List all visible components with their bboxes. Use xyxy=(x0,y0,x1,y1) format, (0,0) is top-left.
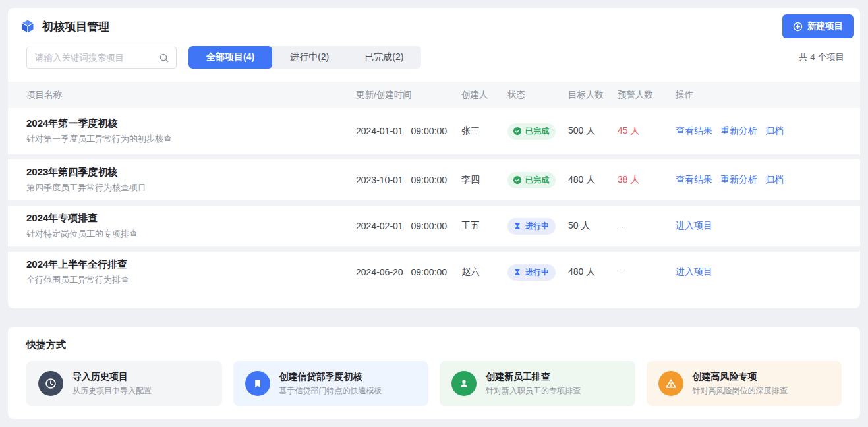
project-name-cell: 2024年第一季度初核 针对第一季度员工异常行为的初步核查 xyxy=(26,117,356,145)
clock-icon xyxy=(38,371,63,396)
project-description: 第四季度员工异常行为核查项目 xyxy=(26,182,356,194)
project-warning: – xyxy=(618,267,676,277)
status-badge: 进行中 xyxy=(507,264,556,281)
project-time: 2024-01-01 09:00:00 xyxy=(356,126,461,136)
project-name: 2024年上半年全行排查 xyxy=(26,258,356,271)
search-icon xyxy=(159,53,169,63)
col-header-time: 更新/创建时间 xyxy=(356,89,461,101)
project-status-cell: 进行中 xyxy=(507,218,568,235)
check-circle-icon xyxy=(513,175,522,185)
import-history-card[interactable]: 导入历史项目 从历史项目中导入配置 xyxy=(26,361,222,406)
table-row: 2024年上半年全行排查 全行范围员工异常行为排查 2024-06-20 09:… xyxy=(8,246,860,293)
project-name-cell: 2024年上半年全行排查 全行范围员工异常行为排查 xyxy=(26,258,356,286)
col-header-name: 项目名称 xyxy=(26,89,356,101)
status-badge: 进行中 xyxy=(507,218,556,235)
project-status-cell: 已完成 xyxy=(507,172,568,188)
toolbar: 全部项目(4) 进行中(2) 已完成(2) 共 4 个项目 xyxy=(8,45,860,69)
view-results-link[interactable]: 查看结果 xyxy=(676,174,712,186)
project-creator: 赵六 xyxy=(461,266,507,278)
project-management-panel: 初核项目管理 新建项目 全部项目(4) 进行中(2) xyxy=(8,8,860,308)
view-results-link[interactable]: 查看结果 xyxy=(676,125,712,137)
card-title: 创建新员工排查 xyxy=(486,371,581,383)
check-circle-icon xyxy=(513,127,522,136)
create-high-risk-card[interactable]: 创建高风险专项 针对高风险岗位的深度排查 xyxy=(647,361,842,406)
new-project-button-label: 新建项目 xyxy=(807,20,843,32)
col-header-target: 目标人数 xyxy=(568,89,618,101)
search-input[interactable] xyxy=(27,47,176,68)
hourglass-icon xyxy=(513,221,522,231)
project-creator: 张三 xyxy=(461,125,507,137)
quick-actions-title: 快捷方式 xyxy=(26,339,842,351)
quick-actions-panel: 快捷方式 导入历史项目 从历史项目中导入配置 xyxy=(8,327,860,419)
status-label: 进行中 xyxy=(525,221,549,232)
project-actions: 查看结果 重新分析 归档 xyxy=(676,174,842,186)
project-target: 480 人 xyxy=(568,174,618,186)
project-time: 2023-10-01 09:00:00 xyxy=(356,175,461,185)
project-actions: 进入项目 xyxy=(676,220,842,232)
cube-logo-icon xyxy=(20,18,36,34)
status-label: 进行中 xyxy=(525,267,549,278)
filter-tabs: 全部项目(4) 进行中(2) 已完成(2) xyxy=(188,46,421,69)
search-box xyxy=(26,47,177,69)
create-new-employee-check-card[interactable]: 创建新员工排查 针对新入职员工的专项排查 xyxy=(440,361,635,406)
archive-link[interactable]: 归档 xyxy=(765,174,784,186)
project-warning: 38 人 xyxy=(618,174,676,186)
create-credit-review-card[interactable]: 创建信贷部季度初核 基于信贷部门特点的快速模板 xyxy=(233,361,429,406)
card-text: 创建信贷部季度初核 基于信贷部门特点的快速模板 xyxy=(279,371,382,397)
project-status-cell: 已完成 xyxy=(507,123,568,140)
hourglass-icon xyxy=(513,268,522,277)
page-header-left: 初核项目管理 xyxy=(20,18,109,34)
project-creator: 王五 xyxy=(461,220,507,232)
enter-project-link[interactable]: 进入项目 xyxy=(676,266,712,278)
project-name: 2024年专项排查 xyxy=(26,212,356,225)
archive-link[interactable]: 归档 xyxy=(765,125,784,137)
table-header-row: 项目名称 更新/创建时间 创建人 状态 目标人数 预警人数 操作 xyxy=(8,82,860,108)
project-status-cell: 进行中 xyxy=(507,264,568,281)
card-title: 创建信贷部季度初核 xyxy=(279,371,382,383)
person-icon xyxy=(451,371,477,396)
project-description: 全行范围员工异常行为排查 xyxy=(26,274,356,286)
project-creator: 李四 xyxy=(461,174,507,186)
tab-completed[interactable]: 已完成(2) xyxy=(347,46,421,69)
project-name-cell: 2024年专项排查 针对特定岗位员工的专项排查 xyxy=(26,212,356,240)
page-header: 初核项目管理 新建项目 xyxy=(8,8,860,45)
card-description: 针对高风险岗位的深度排查 xyxy=(693,385,788,397)
tab-in-progress[interactable]: 进行中(2) xyxy=(272,46,347,69)
card-text: 创建高风险专项 针对高风险岗位的深度排查 xyxy=(693,371,788,397)
project-warning: – xyxy=(618,221,676,231)
plus-circle-icon xyxy=(793,22,803,32)
warning-triangle-icon xyxy=(658,371,683,396)
reanalyze-link[interactable]: 重新分析 xyxy=(720,125,757,137)
card-description: 针对新入职员工的专项排查 xyxy=(486,385,581,397)
page: 初核项目管理 新建项目 全部项目(4) 进行中(2) xyxy=(0,0,868,427)
project-name: 2024年第一季度初核 xyxy=(26,117,356,130)
card-text: 导入历史项目 从历史项目中导入配置 xyxy=(72,371,152,397)
project-warning: 45 人 xyxy=(618,125,676,137)
table-row: 2023年第四季度初核 第四季度员工异常行为核查项目 2023-10-01 09… xyxy=(8,154,860,200)
col-header-creator: 创建人 xyxy=(461,89,507,101)
project-description: 针对特定岗位员工的专项排查 xyxy=(26,228,356,240)
tab-all-projects[interactable]: 全部项目(4) xyxy=(188,46,272,69)
new-project-button[interactable]: 新建项目 xyxy=(782,14,854,38)
status-label: 已完成 xyxy=(525,126,549,137)
col-header-status: 状态 xyxy=(507,89,568,101)
card-title: 创建高风险专项 xyxy=(693,371,788,383)
project-name-cell: 2023年第四季度初核 第四季度员工异常行为核查项目 xyxy=(26,166,356,194)
project-time: 2024-02-01 09:00:00 xyxy=(356,221,461,231)
reanalyze-link[interactable]: 重新分析 xyxy=(720,174,757,186)
project-target: 500 人 xyxy=(568,125,618,137)
col-header-actions: 操作 xyxy=(676,89,842,101)
page-title: 初核项目管理 xyxy=(42,19,109,34)
total-count: 共 4 个项目 xyxy=(799,51,844,63)
bookmark-icon xyxy=(245,371,270,396)
col-header-warning: 预警人数 xyxy=(618,89,676,101)
project-name: 2023年第四季度初核 xyxy=(26,166,356,179)
card-title: 导入历史项目 xyxy=(72,371,152,383)
project-actions: 查看结果 重新分析 归档 xyxy=(676,125,842,137)
project-actions: 进入项目 xyxy=(676,266,842,278)
status-label: 已完成 xyxy=(525,175,549,186)
enter-project-link[interactable]: 进入项目 xyxy=(676,220,712,232)
project-target: 480 人 xyxy=(568,266,618,278)
table-row: 2024年第一季度初核 针对第一季度员工异常行为的初步核查 2024-01-01… xyxy=(8,108,860,154)
card-description: 基于信贷部门特点的快速模板 xyxy=(279,385,382,397)
